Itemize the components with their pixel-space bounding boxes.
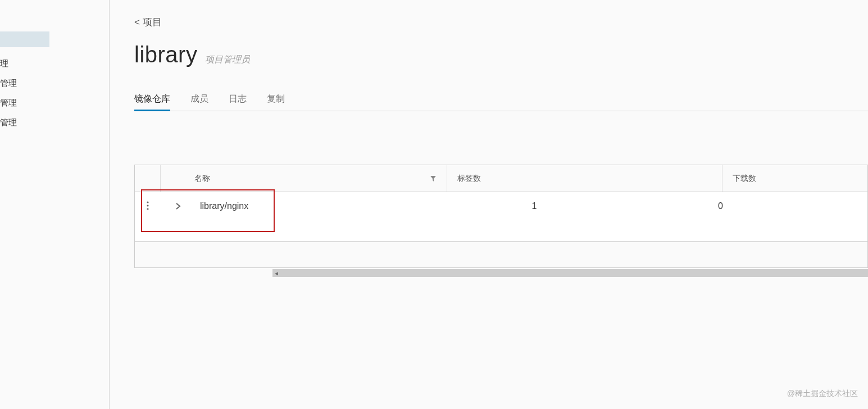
sidebar-item-active[interactable] [0, 31, 49, 47]
horizontal-scrollbar[interactable]: ◄ [272, 269, 868, 277]
sidebar: 理 管理 管理 管理 [0, 0, 110, 409]
row-menu-button[interactable] [135, 199, 161, 210]
page-title: library [134, 42, 197, 67]
chevron-right-icon[interactable] [166, 202, 190, 210]
sidebar-item-1[interactable]: 管理 [0, 74, 109, 93]
repository-table: 名称 标签数 下载数 library/nginx [134, 165, 868, 268]
td-tags-value: 1 [532, 201, 537, 211]
th-downloads-label: 下载数 [733, 174, 756, 184]
tab-repositories[interactable]: 镜像仓库 [134, 88, 170, 111]
svg-point-1 [147, 204, 148, 206]
watermark: @稀土掘金技术社区 [787, 389, 858, 399]
td-downloads-value: 0 [718, 201, 723, 211]
sidebar-item-2[interactable]: 管理 [0, 93, 109, 113]
svg-point-0 [147, 201, 148, 203]
table-header: 名称 标签数 下载数 [135, 165, 867, 192]
table-row[interactable]: library/nginx 1 0 [135, 192, 867, 242]
title-row: library 项目管理员 [134, 42, 868, 67]
role-label: 项目管理员 [205, 54, 250, 66]
table-footer [135, 242, 867, 267]
sidebar-item-3[interactable]: 管理 [0, 113, 109, 133]
tab-members[interactable]: 成员 [190, 88, 208, 111]
tab-logs[interactable]: 日志 [229, 88, 247, 111]
svg-point-2 [147, 208, 148, 210]
th-tags[interactable]: 标签数 [447, 165, 722, 192]
th-name-label: 名称 [194, 174, 210, 184]
td-tags: 1 [447, 199, 722, 211]
td-downloads: 0 [722, 199, 867, 211]
sidebar-item-0[interactable]: 理 [0, 54, 109, 74]
th-checkbox [135, 165, 161, 192]
scroll-left-icon[interactable]: ◄ [272, 269, 280, 277]
breadcrumb-back[interactable]: < 项目 [134, 16, 868, 29]
td-name: library/nginx [161, 199, 447, 211]
tab-replication[interactable]: 复制 [267, 88, 285, 111]
tabs: 镜像仓库 成员 日志 复制 [134, 88, 868, 111]
repo-name-link[interactable]: library/nginx [200, 201, 248, 211]
th-downloads[interactable]: 下载数 [722, 165, 867, 192]
main-content: < 项目 library 项目管理员 镜像仓库 成员 日志 复制 名称 标签数 … [110, 0, 868, 409]
th-tags-label: 标签数 [457, 174, 481, 184]
filter-icon[interactable] [430, 175, 437, 182]
th-name[interactable]: 名称 [161, 165, 447, 192]
